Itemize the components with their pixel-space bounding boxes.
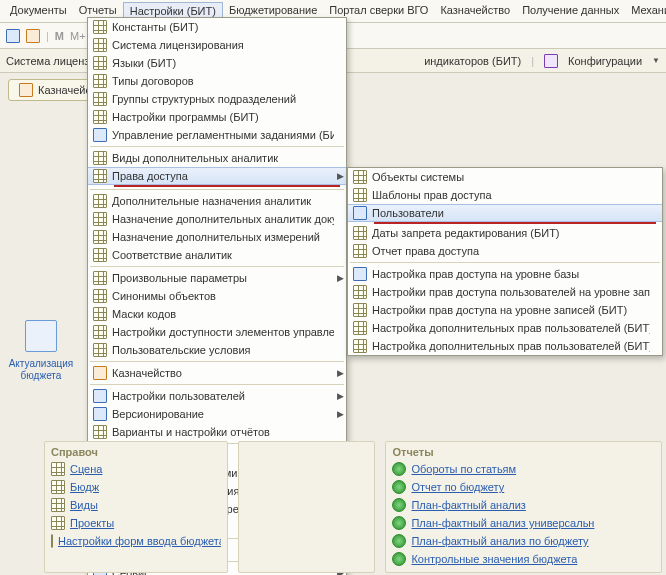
settings-item-1[interactable]: Система лицензирования [88,36,346,54]
settings-label-1: Система лицензирования [112,39,334,51]
grid-icon [93,212,107,226]
secbar-mid[interactable]: индикаторов (БИТ) [424,55,521,67]
link-icon [392,480,406,494]
menu-документы[interactable]: Документы [4,2,73,20]
blue-icon [353,267,367,281]
settings-item-15[interactable]: Маски кодов [88,305,346,323]
access-item-1[interactable]: Шаблоны прав доступа [348,186,662,204]
settings-item-12[interactable]: Соответствие аналитик [88,246,346,264]
settings-item-7[interactable]: Виды дополнительных аналитик [88,149,346,167]
access-item-3[interactable]: Даты запрета редактирования (БИТ) [348,224,662,242]
secbar-right[interactable]: Конфигурации [568,55,642,67]
access-label-5: Настройка прав доступа на уровне базы [372,268,650,280]
toolbar-icon-2[interactable] [26,29,40,43]
menu-получение-данных[interactable]: Получение данных [516,2,625,20]
panel-link-2[interactable]: План-фактный анализ [392,496,655,514]
settings-label-4: Группы структурных подразделений [112,93,334,105]
access-label-9: Настройка дополнительных прав пользовате… [372,340,650,352]
settings-label-21: Варианты и настройки отчётов [112,426,334,438]
access-item-8[interactable]: Настройка дополнительных прав пользовате… [348,319,662,337]
access-item-5[interactable]: Настройка прав доступа на уровне базы [348,265,662,283]
grid-icon [93,325,107,339]
tab-icon [19,83,33,97]
settings-item-18[interactable]: Казначейство▶ [88,364,346,382]
link-icon [51,534,53,548]
grid-icon [93,194,107,208]
settings-label-12: Соответствие аналитик [112,249,334,261]
panel-link-3[interactable]: Проекты [51,514,221,532]
panel-link-0[interactable]: Обороты по статьям [392,460,655,478]
settings-item-19[interactable]: Настройки пользователей▶ [88,387,346,405]
menu-казначейство[interactable]: Казначейство [434,2,516,20]
panel-link-5[interactable]: Контрольные значения бюджета [392,550,655,568]
access-item-6[interactable]: Настройки прав доступа пользователей на … [348,283,662,301]
grid-icon [93,56,107,70]
access-label-6: Настройки прав доступа пользователей на … [372,286,650,298]
settings-item-10[interactable]: Назначение дополнительных аналитик докум… [88,210,346,228]
config-icon[interactable] [544,54,558,68]
blue-icon [93,389,107,403]
settings-label-6: Управление регламентными заданиями (БИТ) [112,129,334,141]
settings-label-0: Константы (БИТ) [112,21,334,33]
settings-item-20[interactable]: Версионирование▶ [88,405,346,423]
panel-title: Отчеты [392,446,655,460]
grid-icon [353,170,367,184]
settings-item-13[interactable]: Произвольные параметры▶ [88,269,346,287]
access-item-4[interactable]: Отчет права доступа [348,242,662,260]
access-item-7[interactable]: Настройки прав доступа на уровне записей… [348,301,662,319]
settings-item-3[interactable]: Типы договоров [88,72,346,90]
settings-item-17[interactable]: Пользовательские условия [88,341,346,359]
settings-label-18: Казначейство [112,367,334,379]
menu-механизм-трансляции[interactable]: Механизм трансляции [625,2,666,20]
access-item-2[interactable]: Пользователи [348,204,662,222]
chevron-right-icon: ▶ [334,409,346,419]
grid-icon [353,244,367,258]
settings-item-14[interactable]: Синонимы объектов [88,287,346,305]
grid-icon [93,271,107,285]
settings-label-11: Назначение дополнительных измерений [112,231,334,243]
settings-item-21[interactable]: Варианты и настройки отчётов [88,423,346,441]
settings-item-4[interactable]: Группы структурных подразделений [88,90,346,108]
settings-item-16[interactable]: Настройки доступности элементов управлен… [88,323,346,341]
panel-link-2[interactable]: Виды [51,496,221,514]
grid-icon [93,169,107,183]
settings-label-16: Настройки доступности элементов управлен… [112,326,334,338]
settings-item-6[interactable]: Управление регламентными заданиями (БИТ) [88,126,346,144]
settings-item-9[interactable]: Дополнительные назначения аналитик [88,192,346,210]
actualize-icon[interactable] [25,320,57,352]
grid-icon [93,74,107,88]
panel-link-1[interactable]: Бюдж [51,478,221,496]
grid-icon [93,289,107,303]
access-item-0[interactable]: Объекты системы [348,168,662,186]
panel-link-0[interactable]: Сцена [51,460,221,478]
panel-link-4[interactable]: Настройки форм ввода бюджета [51,532,221,550]
grid-icon [353,285,367,299]
panel-title: Справоч [51,446,221,460]
settings-label-2: Языки (БИТ) [112,57,334,69]
grid-icon [93,92,107,106]
access-label-1: Шаблоны прав доступа [372,189,650,201]
settings-label-3: Типы договоров [112,75,334,87]
toolbar-mplus[interactable]: M+ [70,30,86,42]
toolbar-icon-1[interactable] [6,29,20,43]
grid-icon [93,110,107,124]
settings-item-8[interactable]: Права доступа▶ [88,167,346,185]
panel-link-3[interactable]: План-фактный анализ универсальн [392,514,655,532]
access-label-8: Настройка дополнительных прав пользовате… [372,322,650,334]
actualize-link[interactable]: Актуализациябюджета [6,358,76,382]
chevron-right-icon: ▶ [334,368,346,378]
settings-item-5[interactable]: Настройки программы (БИТ) [88,108,346,126]
grid-icon [93,307,107,321]
settings-item-11[interactable]: Назначение дополнительных измерений [88,228,346,246]
chevron-right-icon: ▶ [334,171,346,181]
panel-link-1[interactable]: Отчет по бюджету [392,478,655,496]
chevron-down-icon[interactable]: ▼ [652,56,660,65]
settings-label-20: Версионирование [112,408,334,420]
settings-item-0[interactable]: Константы (БИТ) [88,18,346,36]
settings-item-2[interactable]: Языки (БИТ) [88,54,346,72]
access-item-9[interactable]: Настройка дополнительных прав пользовате… [348,337,662,355]
toolbar-m[interactable]: M [55,30,64,42]
panel-link-4[interactable]: План-фактный анализ по бюджету [392,532,655,550]
grid-icon [353,226,367,240]
link-icon [392,462,406,476]
